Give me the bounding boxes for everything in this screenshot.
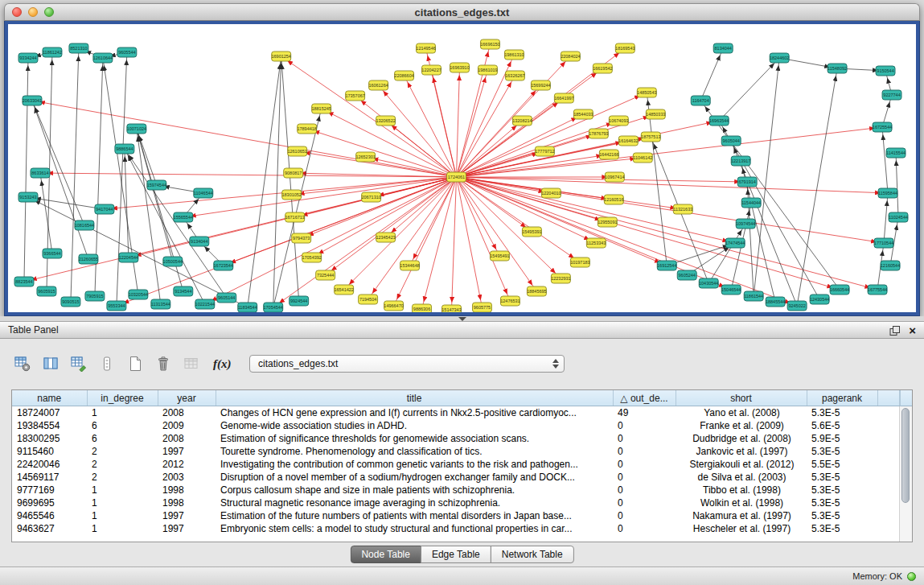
network-node[interactable]: 9150544 (876, 66, 895, 76)
network-node[interactable]: 12204544 (119, 253, 138, 262)
network-node[interactable]: 18301052 (281, 190, 301, 200)
network-node[interactable]: 11024544 (889, 212, 908, 222)
network-node[interactable]: 21260655 (79, 254, 98, 264)
network-node[interactable]: 10430544 (699, 278, 718, 288)
network-node[interactable]: 15344648 (400, 261, 419, 270)
network-node[interactable]: 10221544 (195, 299, 215, 309)
network-node[interactable]: 12160516 (604, 195, 623, 204)
network-node[interactable]: 16963544 (709, 116, 729, 126)
network-node[interactable]: 16442166 (599, 150, 618, 159)
table-row[interactable]: 1872400712008Changes of HCN gene express… (12, 406, 900, 420)
network-node[interactable]: 17779712 (535, 146, 554, 156)
network-node[interactable]: 9605544 (117, 47, 137, 57)
network-node[interactable]: 19861310 (504, 50, 524, 60)
network-node[interactable]: 16901254 (272, 51, 291, 61)
network-node[interactable]: 16660544 (830, 285, 849, 295)
table-mode-button[interactable] (11, 352, 34, 375)
network-node[interactable]: 16164632 (618, 136, 638, 146)
network-node[interactable]: 12204010 (541, 188, 561, 198)
column-header-year[interactable]: year (158, 390, 216, 406)
network-node[interactable]: 16963910 (450, 63, 469, 72)
network-node[interactable]: 7194504 (359, 295, 378, 304)
minimize-window-button[interactable] (28, 7, 38, 17)
network-node[interactable]: 16641997 (554, 93, 573, 103)
network-node[interactable]: 17357067 (345, 91, 364, 101)
network-node[interactable]: 15046544 (721, 285, 741, 295)
network-node[interactable]: 11834544 (238, 303, 257, 312)
create-column-button[interactable] (68, 352, 90, 375)
network-node[interactable]: 8134044 (713, 43, 733, 53)
network-node[interactable]: 12955091 (598, 217, 617, 227)
table-row[interactable]: 911546021997Tourette syndrome. Phenomeno… (12, 445, 900, 458)
window-titlebar[interactable]: citations_edges.txt (4, 3, 920, 21)
network-node[interactable]: 14850543 (637, 88, 656, 97)
network-node[interactable]: 12149546 (416, 43, 435, 53)
network-node[interactable]: 6791914 (737, 177, 757, 187)
network-node[interactable]: 9553344 (107, 301, 126, 311)
network-node[interactable]: 12345423 (376, 233, 395, 242)
network-node[interactable]: 1164704 (691, 96, 710, 105)
network-node[interactable]: 7905915 (85, 291, 105, 301)
table-row[interactable]: 946554611997Estimation of the future num… (12, 509, 900, 522)
delete-table-button[interactable] (152, 352, 175, 375)
network-node[interactable]: 9605915 (37, 286, 56, 296)
network-node[interactable]: 9886306 (413, 304, 432, 312)
network-node[interactable]: 9605244 (677, 270, 696, 280)
network-node[interactable]: 16619542 (593, 64, 612, 73)
network-node[interactable]: 9245022 (787, 301, 807, 311)
network-node[interactable]: 8521310 (69, 43, 88, 53)
network-node[interactable]: 15147343 (441, 305, 461, 312)
column-header-title[interactable]: title (216, 390, 613, 406)
network-node[interactable]: 12160544 (881, 261, 900, 270)
network-node[interactable]: 16061264 (368, 80, 388, 90)
network-node[interactable]: 9794373 (292, 233, 311, 243)
network-node[interactable]: 16696150 (480, 39, 499, 49)
network-node[interactable]: 7325444 (316, 270, 335, 280)
network-node[interactable]: 16541422 (334, 285, 353, 295)
network-node[interactable]: 11415544 (886, 148, 906, 158)
tab-node-table[interactable]: Node Table (350, 546, 421, 563)
vertical-scrollbar[interactable] (899, 406, 912, 542)
network-node[interactable]: 17054392 (302, 253, 321, 262)
network-node[interactable]: 18757513 (641, 132, 660, 142)
tab-edge-table[interactable]: Edge Table (421, 546, 491, 563)
table-row[interactable]: 2242004622012Investigating the contribut… (12, 458, 900, 471)
network-node[interactable]: 18845544 (766, 297, 785, 307)
network-node[interactable]: 17054544 (264, 303, 283, 312)
network-node[interactable]: 9605044 (721, 136, 741, 146)
close-window-button[interactable] (12, 7, 22, 17)
network-node[interactable]: 9605775 (472, 303, 491, 312)
network-node[interactable]: 17710544 (874, 238, 893, 248)
column-header-short[interactable]: short (676, 390, 807, 406)
network-node[interactable]: 10500544 (163, 257, 183, 266)
network-node[interactable]: 17876793 (589, 129, 608, 138)
network-node[interactable]: 18169543 (615, 43, 634, 53)
table-row[interactable]: 969969511998Structural magnetic resonanc… (12, 496, 900, 509)
network-node[interactable]: 12610651 (287, 146, 306, 156)
memory-ok-icon[interactable] (907, 572, 916, 581)
network-node[interactable]: 1724061 (447, 172, 466, 182)
network-node[interactable]: 16775544 (868, 285, 887, 295)
network-node[interactable]: 16326267 (505, 71, 524, 80)
column-header-out_degree[interactable]: △ out_de... (613, 390, 676, 406)
network-node[interactable]: 12652301 (355, 152, 375, 162)
rows-button[interactable] (96, 352, 118, 375)
network-node[interactable]: 14850333 (646, 109, 665, 119)
network-node[interactable]: 17474544 (725, 238, 745, 248)
network-node[interactable]: 9090515 (61, 297, 80, 307)
network-node[interactable]: 8823544 (14, 277, 34, 286)
column-header-pagerank[interactable]: pagerank (807, 390, 877, 406)
network-node[interactable]: 20633041 (23, 96, 42, 105)
network-node[interactable]: 16912544 (657, 261, 676, 270)
new-table-button[interactable] (124, 352, 146, 375)
table-select-dropdown[interactable]: citations_edges.txt (249, 355, 565, 373)
float-panel-icon[interactable] (889, 325, 901, 336)
network-node[interactable]: 18845695 (527, 286, 546, 296)
network-node[interactable]: 16716713 (285, 212, 304, 222)
column-header-in_degree[interactable]: in_degree (87, 390, 158, 406)
network-node[interactable]: 12610644 (93, 53, 113, 63)
network-node[interactable]: 16725544 (873, 122, 892, 132)
show-columns-button[interactable] (39, 352, 62, 375)
network-node[interactable]: 16723544 (214, 261, 233, 270)
network-node[interactable]: 11253343 (586, 238, 606, 248)
